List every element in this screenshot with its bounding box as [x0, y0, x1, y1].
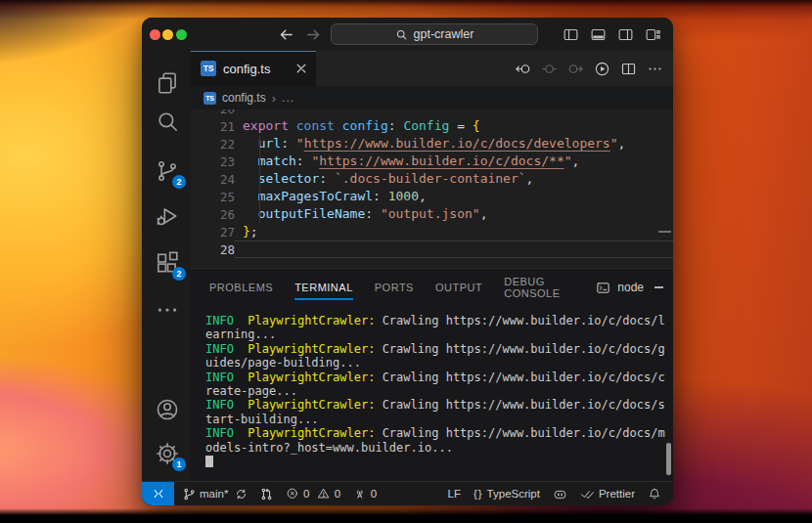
language-name: TypeScript — [487, 488, 540, 500]
terminal-line-2: earning... — [205, 327, 673, 341]
editor-tab-bar: TS config.ts — [191, 51, 673, 86]
back-arrow-icon[interactable] — [278, 26, 294, 43]
more-views-icon[interactable] — [155, 297, 180, 323]
settings-gear-icon[interactable]: 1 — [155, 441, 180, 466]
search-view-icon[interactable] — [155, 109, 180, 134]
terminal-cursor-line — [205, 455, 673, 468]
problems-status-item[interactable]: 0 0 — [286, 487, 340, 501]
terminal-scrollbar-thumb[interactable] — [666, 443, 671, 475]
eol-status-item[interactable]: LF — [447, 488, 460, 500]
zoom-window-button[interactable] — [176, 29, 187, 40]
copilot-status-item[interactable] — [553, 487, 567, 501]
panel-tab-debug-console[interactable]: DEBUG CONSOLE — [504, 269, 574, 306]
code-content: }; — [235, 223, 673, 240]
code-line-24: 24 selector: `.docs-builder-container`, — [191, 170, 673, 188]
panel-tab-bar: PROBLEMSTERMINALPORTSOUTPUTDEBUG CONSOLE… — [191, 269, 673, 306]
run-debug-icon[interactable] — [155, 203, 180, 229]
git-branch-icon — [183, 488, 196, 501]
status-left: main* 0 0 0 — [174, 482, 377, 505]
warnings-icon — [317, 487, 331, 501]
remote-indicator[interactable] — [142, 482, 174, 505]
pull-request-status-item[interactable] — [260, 488, 273, 501]
editor-lines: 2021export const config: Config = {22 ur… — [191, 109, 673, 258]
traffic-lights — [150, 29, 187, 40]
line-number: 22 — [191, 137, 235, 152]
breadcrumb-ts-icon: TS — [203, 92, 216, 105]
code-line-28: 28 — [191, 240, 673, 258]
code-content: selector: `.docs-builder-container`, — [235, 170, 673, 188]
code-line-25: 25 maxPagesToCrawl: 1000, — [191, 188, 673, 205]
terminal-cursor — [205, 456, 213, 467]
terminal-line-1: INFO PlaywrightCrawler: Crawling https:/… — [205, 314, 673, 327]
code-content — [235, 240, 673, 258]
breadcrumb-file[interactable]: config.ts — [222, 91, 266, 105]
customize-layout-icon[interactable] — [645, 26, 661, 43]
command-center-search[interactable]: gpt-crawler — [331, 23, 538, 45]
breadcrumb[interactable]: TS config.ts › ... — [191, 86, 673, 109]
indent-guide — [259, 135, 260, 223]
typescript-file-icon: TS — [201, 61, 216, 76]
terminal-icon — [596, 281, 610, 295]
nav-back-icon[interactable] — [515, 61, 531, 77]
accounts-icon[interactable] — [155, 397, 180, 422]
breadcrumb-ellipsis[interactable]: ... — [282, 91, 294, 105]
code-content: url: "https://www.builder.io/c/docs/deve… — [235, 135, 673, 153]
terminal-output[interactable]: INFO PlaywrightCrawler: Crawling https:/… — [191, 306, 673, 481]
panel-tab-output[interactable]: OUTPUT — [435, 269, 482, 306]
panel-overflow-dash[interactable] — [654, 286, 663, 288]
command-center-text: gpt-crawler — [414, 27, 474, 41]
toggle-secondary-sidebar-icon[interactable] — [617, 26, 634, 43]
breadcrumb-chevron-icon: › — [272, 91, 276, 106]
extensions-badge: 2 — [172, 267, 186, 281]
tab-config-ts[interactable]: TS config.ts — [191, 51, 316, 86]
git-pull-request-icon — [260, 488, 273, 501]
toggle-sidebar-icon[interactable] — [563, 26, 579, 43]
extensions-icon[interactable]: 2 — [155, 250, 180, 276]
bell-icon — [648, 487, 661, 501]
radio-tower-icon — [353, 487, 367, 501]
ports-status-item[interactable]: 0 — [353, 487, 377, 501]
nav-mid-icon[interactable] — [541, 61, 558, 77]
eol-value: LF — [447, 488, 460, 500]
code-content: outputFileName: "output.json", — [235, 205, 673, 223]
tab-label: config.ts — [223, 62, 270, 76]
line-number: 26 — [191, 207, 235, 222]
formatter-name: Prettier — [599, 488, 635, 500]
terminal-lines: INFO PlaywrightCrawler: Crawling https:/… — [205, 314, 673, 455]
split-editor-icon[interactable] — [620, 61, 637, 77]
bottom-panel: PROBLEMSTERMINALPORTSOUTPUTDEBUG CONSOLE… — [191, 268, 673, 481]
history-nav — [278, 18, 322, 51]
titlebar[interactable]: gpt-crawler — [142, 18, 673, 51]
nav-forward-icon[interactable] — [567, 61, 584, 77]
code-line-26: 26 outputFileName: "output.json", — [191, 205, 673, 223]
formatter-status-item[interactable]: Prettier — [580, 487, 635, 501]
close-window-button[interactable] — [150, 29, 160, 40]
remote-icon — [152, 487, 165, 501]
layout-controls — [563, 18, 661, 51]
line-number: 20 — [191, 109, 235, 116]
terminal-process[interactable]: node — [596, 281, 663, 295]
forward-arrow-icon[interactable] — [305, 26, 322, 43]
explorer-icon[interactable] — [155, 70, 180, 96]
notifications-status-item[interactable] — [648, 487, 661, 501]
panel-tab-problems[interactable]: PROBLEMS — [209, 269, 273, 306]
panel-tab-ports[interactable]: PORTS — [375, 269, 414, 306]
terminal-line-10: odels-intro?_host=www.builder.io... — [205, 441, 673, 455]
source-control-icon[interactable]: 2 — [155, 158, 180, 184]
tab-close-icon[interactable] — [296, 64, 306, 73]
more-actions-icon[interactable] — [647, 61, 663, 77]
branch-status-item[interactable]: main* — [183, 488, 248, 501]
terminal-line-8: tart-building... — [205, 413, 673, 426]
language-status-item[interactable]: {} TypeScript — [474, 488, 540, 500]
code-editor[interactable]: 2021export const config: Config = {22 ur… — [191, 109, 673, 268]
copilot-icon — [553, 487, 567, 501]
code-line-22: 22 url: "https://www.builder.io/c/docs/d… — [191, 135, 673, 153]
minimize-window-button[interactable] — [162, 29, 173, 40]
status-bar: main* 0 0 0 LF {} TypeScrip — [142, 481, 673, 505]
code-content: maxPagesToCrawl: 1000, — [235, 188, 673, 205]
vscode-window: gpt-crawler — [142, 18, 673, 505]
toggle-panel-icon[interactable] — [590, 26, 607, 43]
ports-count: 0 — [371, 488, 377, 500]
panel-tab-terminal[interactable]: TERMINAL — [294, 269, 353, 306]
run-or-debug-icon[interactable] — [594, 61, 610, 77]
